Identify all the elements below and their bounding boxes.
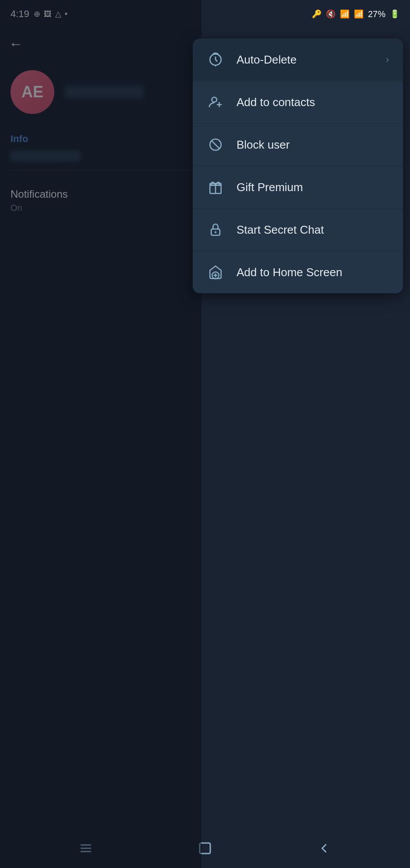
clock-icon [207,51,224,68]
auto-delete-arrow: › [386,54,389,65]
gift-icon [207,178,224,196]
chevron-left-icon [316,840,332,856]
battery-icon: 🔋 [390,9,399,19]
add-contacts-label: Add to contacts [237,96,315,109]
key-icon: 🔑 [312,9,322,19]
status-right: 🔑 🔇 📶 📶 27% 🔋 [312,9,399,19]
home-screen-label: Add to Home Screen [237,266,342,279]
menu-item-auto-delete[interactable]: Auto-Delete › [193,39,403,81]
wifi-icon: 📶 [340,9,350,19]
menu-item-add-contacts[interactable]: Add to contacts [193,81,403,124]
add-person-svg [208,95,223,110]
lock-svg [208,222,223,237]
mute-icon: 🔇 [326,9,336,19]
svg-point-12 [215,231,216,233]
dropdown-menu: Auto-Delete › Add to contacts Block user [193,39,403,293]
add-person-icon [207,93,224,111]
clock-svg [208,52,223,67]
gift-premium-label: Gift Premium [237,181,303,194]
block-icon [207,136,224,153]
menu-item-secret-chat[interactable]: Start Secret Chat [193,209,403,251]
home-add-svg [208,265,223,280]
nav-back-button[interactable] [313,837,335,859]
gift-svg [208,180,223,195]
home-add-icon [207,263,224,281]
menu-item-block-user[interactable]: Block user [193,124,403,166]
svg-line-7 [211,140,220,149]
menu-item-home-screen[interactable]: Add to Home Screen [193,251,403,293]
dim-overlay [0,0,201,868]
signal-icon: 📶 [354,9,364,19]
block-svg [208,137,223,152]
block-user-label: Block user [237,138,290,152]
menu-item-gift-premium[interactable]: Gift Premium [193,166,403,209]
auto-delete-label: Auto-Delete [237,53,297,67]
lock-icon [207,221,224,238]
battery-level: 27% [368,9,385,19]
secret-chat-label: Start Secret Chat [237,223,324,237]
svg-point-3 [212,97,217,102]
